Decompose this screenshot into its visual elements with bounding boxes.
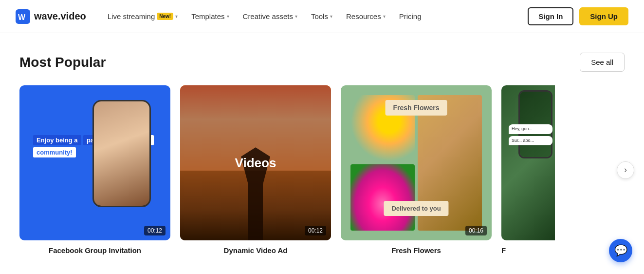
next-arrow-button[interactable]: ›	[617, 161, 634, 179]
card1-text-line-1: Enjoy being a	[33, 135, 81, 145]
card-partial-container: Hey, gon... Sur... abo... F	[501, 85, 555, 254]
nav-label-templates: Templates	[191, 12, 224, 20]
chevron-down-icon: ▾	[227, 14, 229, 19]
chevron-right-icon: ›	[624, 165, 627, 175]
card4-title: F	[501, 246, 506, 254]
sign-up-button[interactable]: Sign Up	[579, 7, 628, 25]
card-dynamic-video: Videos 00:12 Dynamic Video Ad	[180, 85, 331, 254]
card-facebook-group: Enjoy being a part of like-minded commun…	[19, 85, 170, 254]
main-content: Most Popular See all Enjoy being a part …	[0, 33, 644, 274]
chevron-down-icon: ▾	[383, 14, 386, 19]
cards-container: Enjoy being a part of like-minded commun…	[19, 85, 625, 254]
card3-sub-tag: Delivered to you	[384, 201, 448, 216]
wave-video-logo-icon: W	[16, 9, 30, 24]
nav-label-creative-assets: Creative assets	[243, 12, 293, 20]
see-all-button[interactable]: See all	[580, 53, 625, 72]
header-actions: Sign In Sign Up	[528, 7, 628, 25]
nav-item-tools[interactable]: Tools ▾	[305, 8, 338, 24]
nav-item-templates[interactable]: Templates ▾	[185, 8, 235, 24]
card3-background: Fresh Flowers Delivered to you	[341, 85, 492, 240]
nav-item-creative-assets[interactable]: Creative assets ▾	[237, 8, 303, 24]
nav-item-live-streaming[interactable]: Live streaming New! ▾	[102, 8, 184, 24]
card-thumb-facebook-group[interactable]: Enjoy being a part of like-minded commun…	[19, 85, 170, 240]
nav-label-tools: Tools	[311, 12, 328, 20]
card4-chat-bubble-1: Hey, gon...	[509, 124, 552, 134]
card1-phone-image	[94, 101, 149, 206]
main-nav: Live streaming New! ▾ Templates ▾ Creati…	[102, 8, 528, 24]
nav-item-resources[interactable]: Resources ▾	[340, 8, 391, 24]
card-fresh-flowers: Fresh Flowers Delivered to you 00:16 Fre…	[341, 85, 492, 254]
svg-text:W: W	[18, 13, 26, 21]
card3-flower3	[350, 164, 415, 231]
card2-title: Dynamic Video Ad	[180, 246, 331, 254]
card2-background: Videos	[180, 85, 331, 240]
logo-text: wave.video	[34, 11, 86, 22]
header: W wave.video Live streaming New! ▾ Templ…	[0, 0, 644, 33]
card4-chat-bubble-2: Sur... abo...	[509, 136, 552, 146]
card3-image-3	[350, 164, 415, 231]
card2-center-label: Videos	[235, 156, 276, 171]
nav-label-resources: Resources	[346, 12, 381, 20]
card-thumb-partial[interactable]: Hey, gon... Sur... abo...	[501, 85, 555, 240]
nav-item-pricing[interactable]: Pricing	[393, 8, 427, 24]
card3-title-tag: Fresh Flowers	[386, 100, 447, 116]
card4-chat-area: Hey, gon... Sur... abo...	[509, 124, 552, 147]
card1-phone	[92, 100, 151, 207]
section-title: Most Popular	[19, 55, 106, 70]
chat-icon: 💬	[614, 244, 627, 257]
chat-support-button[interactable]: 💬	[609, 239, 632, 262]
card3-duration-badge: 00:16	[465, 226, 487, 235]
card1-background: Enjoy being a part of like-minded commun…	[19, 85, 170, 240]
card-thumb-dynamic-video[interactable]: Videos 00:12	[180, 85, 331, 240]
section-header: Most Popular See all	[19, 53, 625, 72]
card3-title: Fresh Flowers	[341, 246, 492, 254]
nav-label-pricing: Pricing	[399, 12, 422, 20]
card4-background: Hey, gon... Sur... abo...	[501, 85, 555, 240]
card1-duration-badge: 00:12	[144, 226, 166, 235]
card2-duration-badge: 00:12	[305, 226, 326, 235]
card1-phone-inner	[94, 101, 149, 206]
card-thumb-fresh-flowers[interactable]: Fresh Flowers Delivered to you 00:16	[341, 85, 492, 240]
nav-label-live-streaming: Live streaming	[108, 12, 155, 20]
card1-text-line-4: community!	[33, 147, 76, 157]
nav-badge-new: New!	[157, 13, 173, 20]
logo[interactable]: W wave.video	[16, 9, 86, 24]
sign-in-button[interactable]: Sign In	[528, 7, 573, 25]
chevron-down-icon: ▾	[175, 14, 178, 19]
chevron-down-icon: ▾	[330, 14, 332, 19]
chevron-down-icon: ▾	[295, 14, 297, 19]
card1-title: Facebook Group Invitation	[19, 246, 170, 254]
